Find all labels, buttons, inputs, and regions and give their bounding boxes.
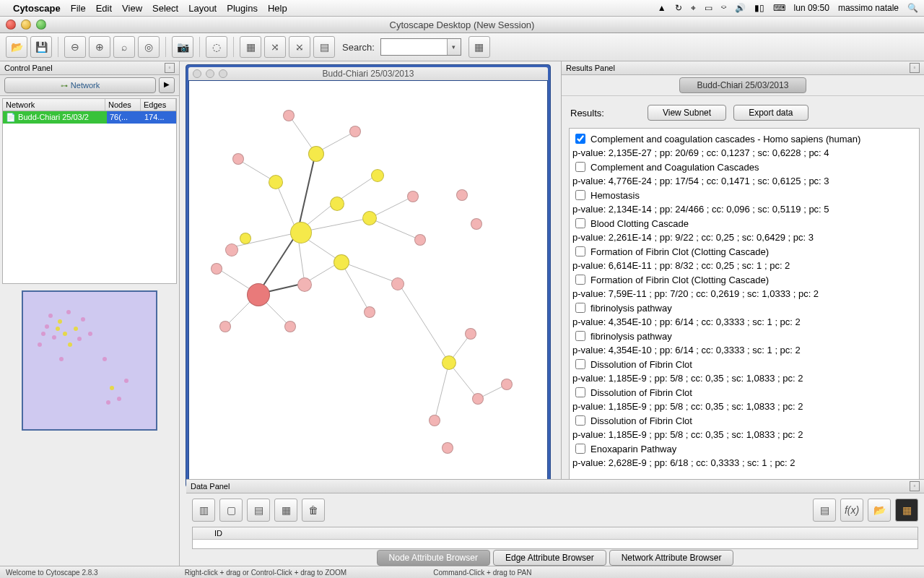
view-subnet-button[interactable]: View Subnet bbox=[648, 105, 726, 121]
menu-layout[interactable]: Layout bbox=[188, 3, 217, 14]
data-table[interactable]: ID bbox=[192, 527, 918, 549]
tab-network-attr[interactable]: Network Attribute Browser bbox=[609, 550, 734, 566]
result-checkbox[interactable] bbox=[575, 331, 585, 341]
volume-icon[interactable]: 🔊 bbox=[735, 3, 746, 13]
wifi-icon[interactable]: ⌔ bbox=[721, 3, 726, 13]
menu-file[interactable]: File bbox=[71, 3, 86, 14]
network-node[interactable] bbox=[247, 283, 270, 306]
search-go-button[interactable]: ▦ bbox=[468, 36, 490, 58]
col-edges[interactable]: Edges bbox=[141, 99, 176, 111]
result-checkbox[interactable] bbox=[575, 387, 585, 397]
nw-close-icon[interactable] bbox=[193, 69, 201, 78]
dp-import-button[interactable]: ▤ bbox=[813, 499, 836, 522]
dp-heatmap-button[interactable]: ▦ bbox=[895, 499, 918, 522]
network-node[interactable] bbox=[471, 218, 482, 230]
dp-function-button[interactable]: f(x) bbox=[840, 499, 863, 522]
dp-select-all-button[interactable]: ▥ bbox=[192, 499, 215, 522]
result-checkbox[interactable] bbox=[575, 303, 585, 313]
network-window-titlebar[interactable]: Budd-Chiari 25/03/2013 bbox=[188, 67, 548, 80]
network-node[interactable] bbox=[240, 233, 251, 244]
battery-icon[interactable]: ▮▯ bbox=[754, 3, 764, 13]
menu-plugins[interactable]: Plugins bbox=[227, 3, 258, 14]
gdrive-icon[interactable]: ▲ bbox=[658, 3, 666, 13]
zoom-out-button[interactable]: ⊖ bbox=[64, 36, 86, 58]
data-col-id[interactable]: ID bbox=[193, 527, 918, 540]
tab-next-icon[interactable]: ▶ bbox=[159, 77, 175, 93]
save-session-button[interactable]: 💾 bbox=[30, 36, 52, 58]
edge-filter2-button[interactable]: ⤩ bbox=[289, 36, 310, 58]
col-nodes[interactable]: Nodes bbox=[105, 99, 141, 111]
result-checkbox[interactable] bbox=[575, 275, 585, 285]
network-node[interactable] bbox=[442, 355, 456, 370]
network-node[interactable] bbox=[330, 197, 344, 211]
app-name[interactable]: Cytoscape bbox=[13, 3, 61, 14]
menu-select[interactable]: Select bbox=[152, 3, 178, 14]
zoom-in-button[interactable]: ⊕ bbox=[89, 36, 110, 58]
network-node[interactable] bbox=[211, 263, 222, 275]
vizmapper-button[interactable]: ◌ bbox=[206, 36, 227, 58]
network-node[interactable] bbox=[501, 379, 513, 390]
network-node[interactable] bbox=[456, 189, 468, 201]
tab-network[interactable]: ⊶Network bbox=[4, 77, 156, 93]
spotlight-icon[interactable]: 🔍 bbox=[907, 3, 918, 13]
minimize-icon[interactable] bbox=[21, 20, 31, 30]
result-checkbox[interactable] bbox=[575, 246, 585, 256]
close-icon[interactable] bbox=[6, 20, 16, 30]
result-checkbox[interactable] bbox=[575, 359, 585, 369]
result-item[interactable]: Formation of Fibrin Clot (Clotting Casca… bbox=[571, 244, 918, 272]
dp-delete-button[interactable]: 🗑 bbox=[302, 499, 325, 522]
result-checkbox[interactable] bbox=[575, 444, 585, 454]
snapshot-button[interactable]: 📷 bbox=[172, 36, 193, 58]
tab-node-attr[interactable]: Node Attribute Browser bbox=[377, 550, 490, 566]
network-node[interactable] bbox=[371, 169, 384, 182]
dp-list-button[interactable]: ▤ bbox=[247, 499, 270, 522]
results-tab[interactable]: Budd-Chiari 25/03/2013 bbox=[679, 77, 807, 93]
network-node[interactable] bbox=[219, 321, 231, 332]
float-panel-icon[interactable]: ▫ bbox=[165, 63, 175, 73]
result-checkbox[interactable] bbox=[575, 190, 585, 200]
export-data-button[interactable]: Export data bbox=[733, 105, 808, 121]
filter-button[interactable]: ▦ bbox=[240, 36, 261, 58]
zoom-selected-button[interactable]: ⌕ bbox=[113, 36, 135, 58]
options-button[interactable]: ▤ bbox=[313, 36, 335, 58]
menu-help[interactable]: Help bbox=[268, 3, 287, 14]
network-node[interactable] bbox=[414, 234, 426, 246]
float-panel-icon[interactable]: ▫ bbox=[910, 63, 920, 73]
nw-min-icon[interactable] bbox=[206, 69, 214, 78]
keyboard-icon[interactable]: ⌨ bbox=[773, 3, 785, 13]
result-item[interactable]: Complement and Coagulation Cascadesp-val… bbox=[571, 160, 918, 188]
result-item[interactable]: Blood Clotting Cascadep-value: 2,261E-14… bbox=[571, 216, 918, 244]
network-node[interactable] bbox=[232, 153, 244, 165]
result-checkbox[interactable] bbox=[575, 415, 585, 426]
menu-edit[interactable]: Edit bbox=[96, 3, 112, 14]
sync-icon[interactable]: ↻ bbox=[675, 3, 682, 13]
network-canvas[interactable] bbox=[188, 80, 548, 485]
edge-filter1-button[interactable]: ⤨ bbox=[264, 36, 286, 58]
dp-open-button[interactable]: 📂 bbox=[868, 499, 891, 522]
menu-view[interactable]: View bbox=[122, 3, 142, 14]
result-item[interactable]: Hemostasisp-value: 2,134E-14 ; pp: 24/46… bbox=[571, 188, 918, 216]
result-checkbox[interactable] bbox=[575, 134, 585, 144]
dp-attr-button[interactable]: ▦ bbox=[274, 499, 297, 522]
display-icon[interactable]: ▭ bbox=[705, 3, 712, 13]
result-item[interactable]: Enoxaparin Pathwayp-value: 2,628E-9 ; pp… bbox=[571, 441, 918, 470]
network-node[interactable] bbox=[391, 277, 404, 290]
network-node[interactable] bbox=[283, 110, 295, 121]
result-item[interactable]: Dissolution of Fibrin Clotp-value: 1,185… bbox=[571, 385, 918, 413]
network-node[interactable] bbox=[297, 277, 312, 292]
network-node[interactable] bbox=[472, 393, 484, 405]
zoom-fit-button[interactable]: ◎ bbox=[138, 36, 160, 58]
zoom-icon[interactable] bbox=[36, 20, 46, 30]
open-session-button[interactable]: 📂 bbox=[6, 36, 27, 58]
tab-edge-attr[interactable]: Edge Attribute Browser bbox=[493, 550, 606, 566]
result-item[interactable]: fibrinolysis pathwayp-value: 4,354E-10 ;… bbox=[571, 301, 918, 329]
network-node[interactable] bbox=[407, 191, 419, 202]
float-panel-icon[interactable]: ▫ bbox=[910, 481, 920, 491]
result-item[interactable]: Complement and coagulation cascades - Ho… bbox=[571, 131, 918, 160]
network-node[interactable] bbox=[465, 328, 476, 340]
result-item[interactable]: Dissolution of Fibrin Clotp-value: 1,185… bbox=[571, 413, 918, 441]
bluetooth-icon[interactable]: ⌖ bbox=[691, 3, 696, 13]
result-item[interactable]: Formation of Fibrin Clot (Clotting Casca… bbox=[571, 272, 918, 301]
result-item[interactable]: Dissolution of Fibrin Clotp-value: 1,185… bbox=[571, 357, 918, 385]
dp-new-button[interactable]: ▢ bbox=[219, 499, 243, 522]
